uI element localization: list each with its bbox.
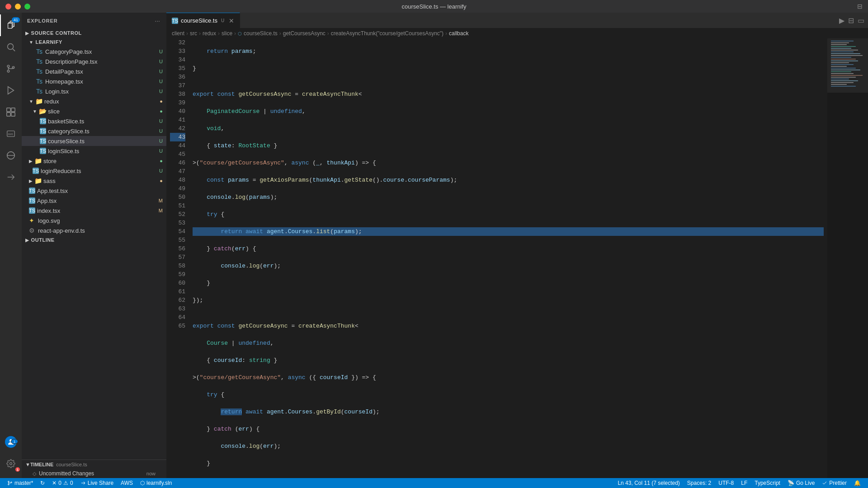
status-sync[interactable]: ↻ bbox=[37, 478, 48, 488]
tab-close-button[interactable]: ✕ bbox=[229, 17, 234, 24]
status-spaces[interactable]: Spaces: 2 bbox=[684, 478, 715, 488]
svg-point-0 bbox=[8, 44, 14, 50]
source-control-section-header[interactable]: ▶ SOURCE CONTROL bbox=[22, 28, 166, 38]
timeline-uncommitted[interactable]: ◇ Uncommitted Changes now bbox=[22, 469, 166, 478]
golive-label: Go Live bbox=[796, 480, 815, 486]
outline-section-header[interactable]: ▶ OUTLINE bbox=[22, 235, 166, 244]
main-layout: 🗍 41 aws 1 bbox=[0, 13, 868, 478]
svg-line-1 bbox=[13, 49, 15, 51]
file-label: loginReducer.ts bbox=[41, 168, 157, 174]
layout-icon[interactable]: ⊟ bbox=[857, 3, 863, 10]
sidebar: EXPLORER ··· ▶ SOURCE CONTROL ▼ LEARNIFY… bbox=[22, 13, 166, 478]
file-Login[interactable]: Ts Login.tsx U bbox=[22, 86, 166, 96]
status-encoding[interactable]: UTF-8 bbox=[715, 478, 737, 488]
solution-icon: ⬡ bbox=[140, 480, 145, 486]
timeline-header[interactable]: ▼ TIMELINE courseSlice.ts bbox=[22, 460, 166, 469]
activity-bar: 🗍 41 aws 1 bbox=[0, 13, 22, 478]
run-icon[interactable]: ▶ bbox=[839, 16, 844, 25]
status-liveshare[interactable]: Live Share bbox=[77, 478, 117, 488]
svg-rect-8 bbox=[7, 113, 10, 116]
branch-icon bbox=[7, 480, 13, 486]
folder-open-icon: 📂 bbox=[39, 108, 46, 115]
status-golive[interactable]: 📡 Go Live bbox=[784, 478, 818, 488]
minimize-button[interactable] bbox=[15, 4, 21, 9]
activity-remote[interactable] bbox=[0, 145, 22, 166]
activity-run-debug[interactable] bbox=[0, 80, 22, 101]
file-categorySlice[interactable]: TS categorySlice.ts U bbox=[22, 126, 166, 136]
settings-notification: 1 bbox=[15, 467, 20, 472]
file-DescriptionPage[interactable]: Ts DescriptionPage.tsx U bbox=[22, 56, 166, 66]
aws-label: AWS bbox=[121, 480, 133, 486]
tab-label: courseSlice.ts bbox=[181, 17, 217, 24]
file-basketSlice[interactable]: TS basketSlice.ts U bbox=[22, 116, 166, 126]
source-control-label: SOURCE CONTROL bbox=[31, 30, 82, 36]
more-actions-icon[interactable]: ··· bbox=[154, 16, 161, 25]
maximize-button[interactable] bbox=[24, 4, 30, 9]
file-loginSlice[interactable]: TS loginSlice.ts U bbox=[22, 146, 166, 156]
file-DetailPage[interactable]: Ts DetailPage.tsx U bbox=[22, 66, 166, 76]
activity-extensions[interactable] bbox=[0, 101, 22, 123]
folder-slice[interactable]: ▼ 📂 slice ● bbox=[22, 106, 166, 116]
status-language[interactable]: TypeScript bbox=[751, 478, 784, 488]
chevron-down-icon: ▼ bbox=[29, 40, 33, 45]
folder-sass[interactable]: ▶ 📁 sass ● bbox=[22, 176, 166, 186]
solution-name: learnify.sln bbox=[146, 480, 172, 486]
split-editor-icon[interactable]: ⊟ bbox=[848, 16, 854, 25]
activity-settings[interactable]: 1 bbox=[0, 453, 22, 474]
activity-liveshare[interactable] bbox=[0, 166, 22, 188]
file-Homepage[interactable]: Ts Homepage.tsx U bbox=[22, 76, 166, 86]
file-badge: M bbox=[159, 198, 163, 203]
file-AppTsx[interactable]: TS App.tsx M bbox=[22, 196, 166, 206]
breadcrumb-slice[interactable]: slice bbox=[222, 30, 232, 37]
status-line-ending[interactable]: LF bbox=[737, 478, 751, 488]
activity-source-control[interactable] bbox=[0, 58, 22, 80]
ts-icon: TS bbox=[33, 168, 39, 174]
tab-courseSlice[interactable]: TS courseSlice.ts U ✕ bbox=[166, 13, 240, 28]
file-CategoryPage[interactable]: Ts CategoryPage.tsx U bbox=[22, 47, 166, 56]
activity-explorer[interactable]: 🗍 41 bbox=[0, 14, 22, 36]
uncommitted-icon: ◇ bbox=[33, 471, 36, 477]
timeline-label: TIMELINE bbox=[30, 462, 53, 467]
file-loginReducer[interactable]: TS loginReducer.ts U bbox=[22, 166, 166, 176]
breadcrumb-src[interactable]: src bbox=[190, 30, 197, 37]
file-AppTest[interactable]: TS App.test.tsx bbox=[22, 186, 166, 196]
folder-store[interactable]: ▶ 📁 store ● bbox=[22, 156, 166, 166]
file-courseSlice[interactable]: TS courseSlice.ts U bbox=[22, 136, 166, 146]
folder-icon: 📁 bbox=[34, 177, 42, 184]
status-notification[interactable]: 🔔 bbox=[850, 478, 864, 488]
project-header[interactable]: ▼ LEARNIFY bbox=[22, 38, 166, 47]
breadcrumb-courseSlice[interactable]: courseSlice.ts bbox=[244, 30, 278, 37]
activity-account[interactable]: 1 bbox=[0, 431, 22, 453]
file-react-app-env[interactable]: ⚙ react-app-env.d.ts bbox=[22, 225, 166, 235]
code-content[interactable]: return params; } export const getCourses… bbox=[189, 38, 827, 478]
file-badge: U bbox=[159, 69, 163, 74]
breadcrumb-createAsyncThunk[interactable]: createAsyncThunk("course/getCoursesAsync… bbox=[331, 30, 443, 37]
breadcrumb-redux[interactable]: redux bbox=[203, 30, 216, 37]
toggle-panel-icon[interactable]: ▭ bbox=[858, 16, 864, 25]
breadcrumb-getCoursesAsync[interactable]: getCoursesAsync bbox=[283, 30, 326, 37]
svg-point-44 bbox=[8, 484, 9, 485]
status-errors[interactable]: ✕ 0 ⚠ 0 bbox=[48, 478, 76, 488]
status-solution[interactable]: ⬡ learnify.sln bbox=[137, 478, 175, 488]
branch-name: master* bbox=[14, 480, 33, 486]
breadcrumb-callback[interactable]: callback bbox=[449, 30, 468, 37]
explorer-section: ▶ SOURCE CONTROL ▼ LEARNIFY Ts CategoryP… bbox=[22, 28, 166, 460]
file-label: CategoryPage.tsx bbox=[45, 48, 157, 55]
folder-redux[interactable]: ▼ 📁 redux ● bbox=[22, 96, 166, 106]
status-prettier[interactable]: Prettier bbox=[818, 478, 850, 488]
file-logo[interactable]: ✦ logo.svg bbox=[22, 216, 166, 225]
status-branch[interactable]: master* bbox=[4, 478, 37, 488]
file-badge: U bbox=[159, 89, 163, 94]
antenna-icon: 📡 bbox=[788, 480, 794, 486]
breadcrumb-client[interactable]: client bbox=[172, 30, 184, 37]
folder-icon: 📁 bbox=[34, 157, 42, 164]
titlebar: courseSlice.ts — learnify ⊟ bbox=[0, 0, 868, 13]
status-aws[interactable]: AWS bbox=[117, 478, 137, 488]
close-button[interactable] bbox=[5, 4, 11, 9]
file-index[interactable]: TS index.tsx M bbox=[22, 206, 166, 216]
spaces-text: Spaces: 2 bbox=[687, 480, 711, 486]
file-label: App.test.tsx bbox=[37, 188, 163, 194]
activity-search[interactable] bbox=[0, 36, 22, 58]
activity-aws[interactable]: aws bbox=[0, 123, 22, 145]
status-position[interactable]: Ln 43, Col 11 (7 selected) bbox=[614, 478, 683, 488]
